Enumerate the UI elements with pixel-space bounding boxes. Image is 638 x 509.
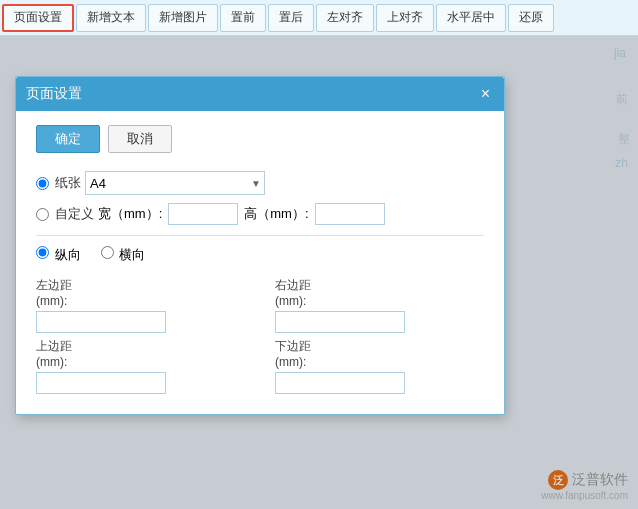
portrait-radio[interactable] xyxy=(36,246,49,259)
width-label: 宽（mm）: xyxy=(98,205,162,223)
divider-1 xyxy=(36,235,484,236)
main-area: jia 前 整 zh 页面设置 × 确定 取消 纸张 xyxy=(0,36,638,509)
right-margin-label: 右边距(mm): xyxy=(275,278,484,309)
top-margin-input[interactable] xyxy=(36,372,166,394)
height-input[interactable] xyxy=(315,203,385,225)
custom-radio[interactable] xyxy=(36,208,49,221)
left-margin-item: 左边距(mm): xyxy=(36,278,245,333)
custom-label: 自定义 xyxy=(55,205,94,223)
align-top-button[interactable]: 上对齐 xyxy=(376,4,434,32)
custom-row: 自定义 宽（mm）: 高（mm）: xyxy=(36,203,484,225)
landscape-text: 横向 xyxy=(119,247,145,262)
paper-select[interactable]: A4 A3 B5 Letter xyxy=(85,171,265,195)
landscape-label[interactable]: 横向 xyxy=(101,246,146,264)
center-horizontal-button[interactable]: 水平居中 xyxy=(436,4,506,32)
ok-button[interactable]: 确定 xyxy=(36,125,100,153)
right-margin-input[interactable] xyxy=(275,311,405,333)
width-input[interactable] xyxy=(168,203,238,225)
paper-select-wrapper: A4 A3 B5 Letter xyxy=(85,171,265,195)
bottom-margin-item: 下边距(mm): xyxy=(275,339,484,394)
page-setup-dialog: 页面设置 × 确定 取消 纸张 A4 xyxy=(15,76,505,415)
bottom-margin-label: 下边距(mm): xyxy=(275,339,484,370)
custom-dimensions: 宽（mm）: 高（mm）: xyxy=(98,203,385,225)
paper-radio[interactable] xyxy=(36,177,49,190)
add-text-button[interactable]: 新增文本 xyxy=(76,4,146,32)
custom-radio-label[interactable]: 自定义 xyxy=(36,205,94,223)
paper-select-wrap: A4 A3 B5 Letter xyxy=(85,171,265,195)
bottom-margin-input[interactable] xyxy=(275,372,405,394)
left-margin-label: 左边距(mm): xyxy=(36,278,245,309)
landscape-radio[interactable] xyxy=(101,246,114,259)
action-buttons: 确定 取消 xyxy=(36,125,484,153)
cancel-button[interactable]: 取消 xyxy=(108,125,172,153)
modal-title: 页面设置 xyxy=(26,85,82,103)
orientation-row: 纵向 横向 xyxy=(36,246,484,264)
height-label: 高（mm）: xyxy=(244,205,308,223)
undo-button[interactable]: 还原 xyxy=(508,4,554,32)
modal-close-button[interactable]: × xyxy=(477,84,494,104)
toolbar: 页面设置 新增文本 新增图片 置前 置后 左对齐 上对齐 水平居中 还原 xyxy=(0,0,638,36)
bring-front-button[interactable]: 置前 xyxy=(220,4,266,32)
portrait-label[interactable]: 纵向 xyxy=(36,246,81,264)
paper-row: 纸张 A4 A3 B5 Letter xyxy=(36,171,484,195)
margin-grid: 左边距(mm): 右边距(mm): 上边距(mm): 下边距(mm): xyxy=(36,278,484,394)
portrait-text: 纵向 xyxy=(55,247,81,262)
align-left-button[interactable]: 左对齐 xyxy=(316,4,374,32)
send-back-button[interactable]: 置后 xyxy=(268,4,314,32)
top-margin-label: 上边距(mm): xyxy=(36,339,245,370)
paper-radio-label[interactable]: 纸张 xyxy=(36,174,81,192)
page-setup-button[interactable]: 页面设置 xyxy=(2,4,74,32)
right-margin-item: 右边距(mm): xyxy=(275,278,484,333)
modal-header: 页面设置 × xyxy=(16,77,504,111)
top-margin-item: 上边距(mm): xyxy=(36,339,245,394)
add-image-button[interactable]: 新增图片 xyxy=(148,4,218,32)
paper-label: 纸张 xyxy=(55,174,81,192)
modal-body: 确定 取消 纸张 A4 A3 B5 xyxy=(16,111,504,414)
paper-section: 纸张 A4 A3 B5 Letter xyxy=(36,171,484,225)
left-margin-input[interactable] xyxy=(36,311,166,333)
